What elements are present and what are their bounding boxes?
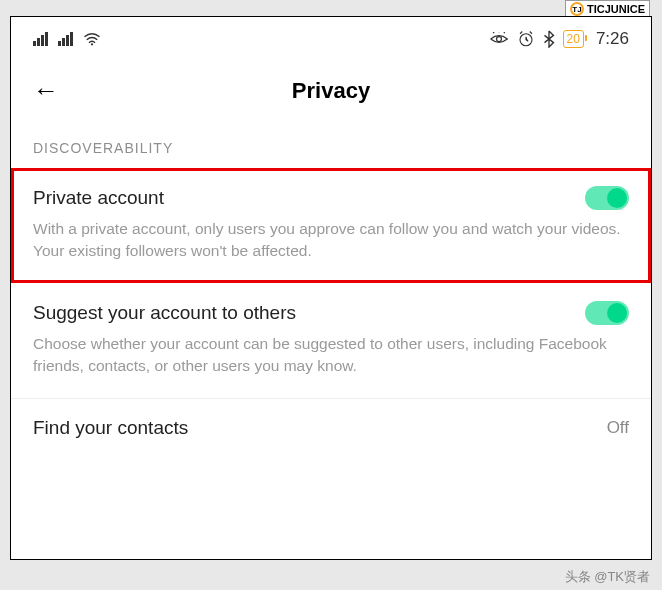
private-account-item[interactable]: Private account With a private account, …	[11, 168, 651, 283]
private-account-desc: With a private account, only users you a…	[33, 218, 629, 263]
suggest-account-title: Suggest your account to others	[33, 302, 296, 324]
eye-icon	[489, 32, 509, 46]
suggest-account-toggle[interactable]	[585, 301, 629, 325]
bluetooth-icon	[543, 30, 555, 48]
private-account-toggle[interactable]	[585, 186, 629, 210]
svg-point-1	[496, 37, 501, 42]
private-account-title: Private account	[33, 187, 164, 209]
wifi-icon	[83, 32, 101, 46]
suggest-account-desc: Choose whether your account can be sugge…	[33, 333, 629, 378]
battery-icon: 20	[563, 30, 584, 48]
clock-time: 7:26	[596, 29, 629, 49]
suggest-account-item[interactable]: Suggest your account to others Choose wh…	[11, 283, 651, 399]
find-contacts-value: Off	[607, 418, 629, 438]
find-contacts-item[interactable]: Find your contacts Off	[11, 399, 651, 459]
watermark-bottom: 头条 @TK贤者	[565, 568, 650, 586]
status-bar: 20 7:26	[11, 17, 651, 57]
section-label: DISCOVERABILITY	[11, 126, 651, 168]
back-arrow-icon[interactable]: ←	[33, 75, 59, 106]
signal-icon-1	[33, 32, 48, 46]
phone-frame: 20 7:26 ← Privacy DISCOVERABILITY Privat…	[10, 16, 652, 560]
signal-icon-2	[58, 32, 73, 46]
alarm-icon	[517, 30, 535, 48]
page-header: ← Privacy	[11, 57, 651, 126]
svg-point-0	[91, 43, 93, 45]
find-contacts-title: Find your contacts	[33, 417, 188, 439]
page-title: Privacy	[292, 78, 370, 104]
